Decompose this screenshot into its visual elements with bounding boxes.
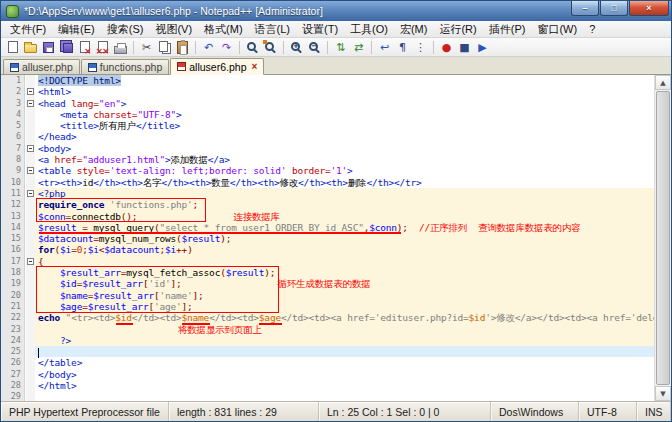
menu-item-7[interactable]: 设置(T) xyxy=(296,21,344,38)
new-file-icon[interactable] xyxy=(4,39,21,56)
fold-cell xyxy=(26,86,35,97)
line-number: 6 xyxy=(1,131,24,142)
zoom-in-icon[interactable] xyxy=(288,39,305,56)
print-icon[interactable] xyxy=(112,39,129,56)
fold-cell xyxy=(26,199,35,210)
show-all-characters-icon[interactable]: ¶ xyxy=(394,39,411,56)
fold-cell xyxy=(26,369,35,380)
fold-cell xyxy=(26,312,35,323)
paste-icon[interactable] xyxy=(174,39,191,56)
code-line-23: 将数据显示到页面上 xyxy=(35,324,654,335)
redo-icon[interactable]: ↷ xyxy=(218,39,235,56)
cut-icon[interactable]: ✂ xyxy=(138,39,155,56)
record-macro-icon[interactable]: ● xyxy=(438,39,455,56)
fold-marker[interactable] xyxy=(27,167,34,174)
menu-item-1[interactable]: 文件(F) xyxy=(4,21,52,38)
close-icon[interactable] xyxy=(76,39,93,56)
toolbar-separator xyxy=(283,41,284,54)
code-line-1: <!DOCTYPE html> xyxy=(35,75,654,86)
menu-item-6[interactable]: 语言(L) xyxy=(249,21,296,38)
scroll-up-arrow[interactable]: ▲ xyxy=(655,75,671,90)
menu-item-9[interactable]: 宏(M) xyxy=(394,21,434,38)
text-caret xyxy=(38,348,39,358)
line-number: 17 xyxy=(1,256,24,267)
scrollbar-thumb[interactable] xyxy=(656,91,670,385)
title-bar: *D:\AppServ\www\get1\alluser6.php - Note… xyxy=(1,1,671,21)
tab-alluser6.php[interactable]: alluser6.php× xyxy=(170,58,264,75)
code-line-17: { xyxy=(35,256,654,267)
minimize-button[interactable]: – xyxy=(571,1,599,16)
scroll-down-arrow[interactable]: ▼ xyxy=(655,386,671,401)
undo-icon[interactable]: ↶ xyxy=(200,39,217,56)
code-line-10: <tr><th>id</th><th>名字</th><th>数量</th><th… xyxy=(35,177,654,188)
line-number: 25 xyxy=(1,346,24,357)
line-number: 12 xyxy=(1,199,24,210)
fold-cell xyxy=(26,154,35,165)
code-line-26: </table> xyxy=(35,357,654,368)
toolbar-separator xyxy=(433,41,434,54)
status-bar: PHP Hypertext Preprocessor file length :… xyxy=(1,401,671,421)
line-number: 5 xyxy=(1,120,24,131)
fold-cell xyxy=(26,278,35,289)
code-line-29 xyxy=(35,391,654,401)
sync-horizontal-scroll-icon[interactable]: ⇄ xyxy=(350,39,367,56)
line-number: 15 xyxy=(1,233,24,244)
menu-item-12[interactable]: 窗口(W) xyxy=(531,21,583,38)
code-line-12: require_once 'functions.php'; xyxy=(35,199,654,210)
menu-item-8[interactable]: 工具(O) xyxy=(344,21,394,38)
zoom-out-icon[interactable] xyxy=(306,39,323,56)
fold-marker[interactable] xyxy=(27,88,34,95)
menu-item-10[interactable]: 运行(R) xyxy=(433,21,482,38)
line-number: 13 xyxy=(1,211,24,222)
tab-functions.php[interactable]: functions.php xyxy=(81,59,169,74)
fold-cell xyxy=(26,143,35,154)
code-line-4: <meta charset="UTF-8"> xyxy=(35,109,654,120)
tab-alluser.php[interactable]: alluser.php xyxy=(3,59,80,74)
tab-close-icon[interactable]: × xyxy=(251,61,257,72)
menu-item-11[interactable]: 插件(P) xyxy=(483,21,532,38)
fold-marker[interactable] xyxy=(27,145,34,152)
copy-icon[interactable] xyxy=(156,39,173,56)
close-all-icon[interactable] xyxy=(94,39,111,56)
find-icon[interactable] xyxy=(244,39,261,56)
annotation-text: 循环生成数据表的数据 xyxy=(278,278,371,289)
maximize-button[interactable]: □ xyxy=(600,1,628,16)
save-icon[interactable] xyxy=(40,39,57,56)
indent-guide-icon[interactable]: ⋮ xyxy=(412,39,429,56)
code-line-6: </head> xyxy=(35,131,654,142)
line-number-gutter: 1234567891011121314151617181920212223242… xyxy=(1,75,25,401)
code-line-18: $result_arr=mysql_fetch_assoc($result); xyxy=(35,267,654,278)
code-line-15: $datacount=mysql_num_rows($result); xyxy=(35,233,654,244)
replace-icon[interactable] xyxy=(262,39,279,56)
fold-marker[interactable] xyxy=(27,258,34,265)
menu-item-4[interactable]: 视图(V) xyxy=(149,21,198,38)
close-window-button[interactable]: × xyxy=(629,1,669,16)
stop-macro-icon[interactable]: ■ xyxy=(456,39,473,56)
sync-vertical-scroll-icon[interactable]: ⇅ xyxy=(332,39,349,56)
fold-cell xyxy=(26,357,35,368)
save-all-icon[interactable] xyxy=(58,39,75,56)
editor[interactable]: 1234567891011121314151617181920212223242… xyxy=(1,75,671,401)
status-eol-format: Dos\Windows xyxy=(491,402,579,421)
status-encoding: UTF-8 xyxy=(579,402,637,421)
vertical-scrollbar[interactable]: ▲ ▼ xyxy=(654,75,671,401)
open-file-icon[interactable] xyxy=(22,39,39,56)
word-wrap-icon[interactable]: ↩ xyxy=(376,39,393,56)
fold-cell xyxy=(26,256,35,267)
code-line-9: <table style='text-align: left;border: s… xyxy=(35,165,654,176)
code-line-8: <a href="adduser1.html">添加数据</a> xyxy=(35,154,654,165)
status-cursor-position: Ln : 25 Col : 1 Sel : 0 | 0 xyxy=(319,402,491,421)
menu-item-5[interactable]: 格式(M) xyxy=(198,21,249,38)
line-number: 22 xyxy=(1,312,24,323)
fold-marker[interactable] xyxy=(27,190,34,197)
line-number: 28 xyxy=(1,380,24,391)
fold-cell xyxy=(26,177,35,188)
status-doc-type: PHP Hypertext Preprocessor file xyxy=(1,402,169,421)
play-macro-icon[interactable]: ▶ xyxy=(474,39,491,56)
menu-item-13[interactable]: ? xyxy=(583,22,601,36)
fold-marker[interactable] xyxy=(27,100,34,107)
menu-item-2[interactable]: 编辑(E) xyxy=(52,21,101,38)
code-area[interactable]: <!DOCTYPE html><html><head lang="en"> <m… xyxy=(35,75,654,401)
code-line-24: ?> xyxy=(35,335,654,346)
menu-item-3[interactable]: 搜索(S) xyxy=(101,21,150,38)
